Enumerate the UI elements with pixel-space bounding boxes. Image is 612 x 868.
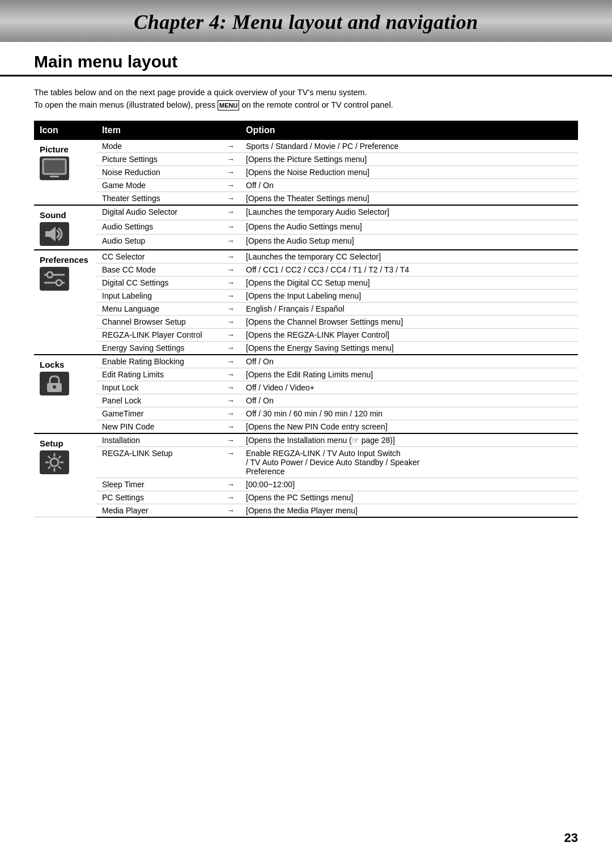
arrow-cell: → xyxy=(221,407,240,420)
arrow-cell: → xyxy=(221,178,240,192)
svg-point-12 xyxy=(53,385,56,389)
arrow-cell: → xyxy=(221,368,240,381)
arrow-cell: → xyxy=(221,165,240,178)
option-cell: [Opens the Audio Setup menu] xyxy=(240,235,578,250)
item-cell: REGZA-LINK Player Control xyxy=(96,328,221,341)
icon-locks xyxy=(40,372,91,397)
table-row: Digital CC Settings→[Opens the Digital C… xyxy=(34,276,578,289)
option-cell: Off / On xyxy=(240,355,578,368)
item-cell: Channel Browser Setup xyxy=(96,315,221,328)
option-cell: [Opens the Digital CC Setup menu] xyxy=(240,276,578,289)
option-cell: Off / On xyxy=(240,178,578,192)
table-row: REGZA-LINK Setup→Enable REGZA-LINK / TV … xyxy=(34,446,578,478)
arrow-cell: → xyxy=(221,289,240,302)
chapter-title: Chapter 4: Menu layout and navigation xyxy=(0,10,612,34)
item-cell: Installation xyxy=(96,433,221,447)
option-cell: [Opens the Picture Settings menu] xyxy=(240,152,578,165)
icon-sound xyxy=(40,222,91,248)
chapter-header: Chapter 4: Menu layout and navigation xyxy=(0,0,612,42)
option-cell: [Opens the Audio Settings menu] xyxy=(240,220,578,235)
table-row: Base CC Mode→Off / CC1 / CC2 / CC3 / CC4… xyxy=(34,263,578,276)
icon-setup xyxy=(40,450,91,476)
menu-icon-inline: MENU xyxy=(218,100,239,111)
table-row: Energy Saving Settings→[Opens the Energy… xyxy=(34,341,578,355)
table-row: Media Player→[Opens the Media Player men… xyxy=(34,504,578,517)
item-cell: Audio Setup xyxy=(96,235,221,250)
item-cell: Noise Reduction xyxy=(96,165,221,178)
icon-cell-setup: Setup xyxy=(34,433,96,517)
item-cell: Picture Settings xyxy=(96,152,221,165)
table-row: Picture Settings→[Opens the Picture Sett… xyxy=(34,152,578,165)
arrow-cell: → xyxy=(221,491,240,504)
icon-cell-locks: Locks xyxy=(34,355,96,433)
category-label-sound: Sound xyxy=(40,210,91,220)
table-row: Edit Rating Limits→[Opens the Edit Ratin… xyxy=(34,368,578,381)
item-cell: Menu Language xyxy=(96,302,221,315)
arrow-cell: → xyxy=(221,394,240,407)
option-cell: [Opens the New PIN Code entry screen] xyxy=(240,420,578,433)
col-arrow xyxy=(221,121,240,139)
table-row: Noise Reduction→[Opens the Noise Reducti… xyxy=(34,165,578,178)
col-item: Item xyxy=(96,121,221,139)
item-cell: PC Settings xyxy=(96,491,221,504)
item-cell: Theater Settings xyxy=(96,192,221,205)
table-row: Game Mode→Off / On xyxy=(34,178,578,192)
table-row: PC Settings→[Opens the PC Settings menu] xyxy=(34,491,578,504)
arrow-cell: → xyxy=(221,420,240,433)
section-title-wrap: Main menu layout xyxy=(0,42,612,76)
item-cell: Base CC Mode xyxy=(96,263,221,276)
icon-cell-preferences: Preferences xyxy=(34,250,96,355)
table-row: Sound Digital Audio Selector→[Launches t… xyxy=(34,205,578,220)
item-cell: Edit Rating Limits xyxy=(96,368,221,381)
option-cell: Off / CC1 / CC2 / CC3 / CC4 / T1 / T2 / … xyxy=(240,263,578,276)
option-cell: [Opens the Installation menu (☞ page 28)… xyxy=(240,433,578,447)
arrow-cell: → xyxy=(221,250,240,263)
table-row: Input Labeling→[Opens the Input Labeling… xyxy=(34,289,578,302)
option-cell: English / Français / Español xyxy=(240,302,578,315)
intro-line1: The tables below and on the next page pr… xyxy=(34,87,578,99)
intro-line2: To open the main menus (illustrated belo… xyxy=(34,99,578,112)
option-cell: [Opens the Theater Settings menu] xyxy=(240,192,578,205)
item-cell: GameTimer xyxy=(96,407,221,420)
table-row: Preferences CC Selector→[Launches the te… xyxy=(34,250,578,263)
option-cell: Off / Video / Video+ xyxy=(240,381,578,394)
item-cell: New PIN Code xyxy=(96,420,221,433)
arrow-cell: → xyxy=(221,302,240,315)
arrow-cell: → xyxy=(221,139,240,153)
item-cell: REGZA-LINK Setup xyxy=(96,446,221,478)
arrow-cell: → xyxy=(221,152,240,165)
item-cell: Media Player xyxy=(96,504,221,517)
option-cell: Off / 30 min / 60 min / 90 min / 120 min xyxy=(240,407,578,420)
category-label-preferences: Preferences xyxy=(40,255,91,265)
option-cell: [Opens the REGZA-LINK Player Control] xyxy=(240,328,578,341)
table-row: Menu Language→English / Français / Españ… xyxy=(34,302,578,315)
table-row: Input Lock→Off / Video / Video+ xyxy=(34,381,578,394)
arrow-cell: → xyxy=(221,478,240,491)
table-row: Audio Settings→[Opens the Audio Settings… xyxy=(34,220,578,235)
col-option: Option xyxy=(240,121,578,139)
option-cell: [Opens the Energy Saving Settings menu] xyxy=(240,341,578,355)
option-cell: [Opens the Input Labeling menu] xyxy=(240,289,578,302)
option-cell: Enable REGZA-LINK / TV Auto Input Switch… xyxy=(240,446,578,478)
svg-rect-5 xyxy=(40,267,69,291)
table-row: Picture Mode→Sports / Standard / Movie /… xyxy=(34,139,578,153)
item-cell: Enable Rating Blocking xyxy=(96,355,221,368)
section-title: Main menu layout xyxy=(34,52,578,71)
arrow-cell: → xyxy=(221,276,240,289)
item-cell: Audio Settings xyxy=(96,220,221,235)
svg-rect-2 xyxy=(50,176,59,177)
table-row: Sleep Timer→[00:00~12:00] xyxy=(34,478,578,491)
option-cell: [Launches the temporary CC Selector] xyxy=(240,250,578,263)
option-cell: [Opens the Channel Browser Settings menu… xyxy=(240,315,578,328)
page-number: 23 xyxy=(564,831,578,845)
arrow-cell: → xyxy=(221,263,240,276)
arrow-cell: → xyxy=(221,220,240,235)
item-cell: Sleep Timer xyxy=(96,478,221,491)
svg-rect-1 xyxy=(43,159,66,174)
arrow-cell: → xyxy=(221,381,240,394)
item-cell: Input Labeling xyxy=(96,289,221,302)
item-cell: Energy Saving Settings xyxy=(96,341,221,355)
icon-picture xyxy=(40,156,91,182)
option-cell: Sports / Standard / Movie / PC / Prefere… xyxy=(240,139,578,153)
icon-cell-sound: Sound xyxy=(34,205,96,250)
